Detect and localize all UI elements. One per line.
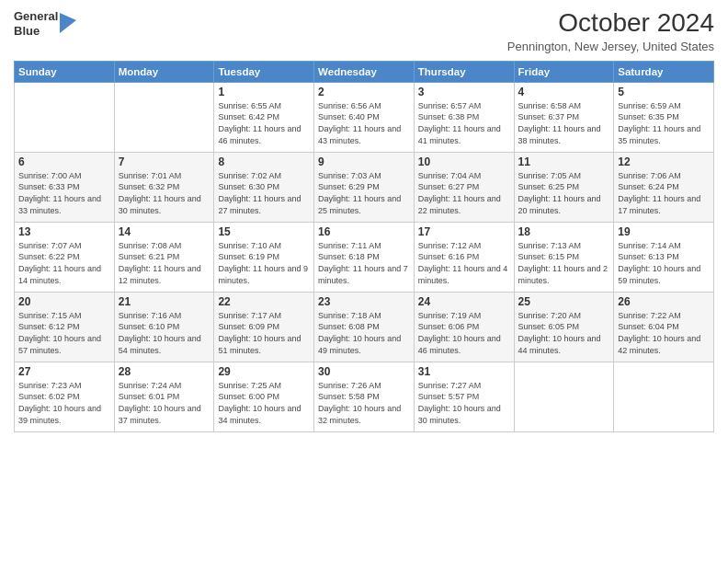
day-number: 20 [18, 295, 110, 308]
day-info: Sunrise: 7:06 AM Sunset: 6:24 PM Dayligh… [618, 170, 710, 216]
calendar: Sunday Monday Tuesday Wednesday Thursday… [14, 61, 714, 432]
day-number: 8 [218, 155, 310, 168]
col-sunday: Sunday [15, 61, 115, 82]
day-number: 27 [18, 365, 110, 378]
day-number: 30 [318, 365, 410, 378]
day-info: Sunrise: 7:02 AM Sunset: 6:30 PM Dayligh… [218, 170, 310, 216]
day-info: Sunrise: 6:57 AM Sunset: 6:38 PM Dayligh… [418, 100, 510, 146]
logo-icon [60, 13, 76, 33]
day-number: 7 [119, 155, 210, 168]
day-number: 11 [518, 155, 610, 168]
day-info: Sunrise: 6:56 AM Sunset: 6:40 PM Dayligh… [318, 100, 410, 146]
day-info: Sunrise: 7:05 AM Sunset: 6:25 PM Dayligh… [518, 170, 610, 216]
calendar-header-row: Sunday Monday Tuesday Wednesday Thursday… [15, 61, 714, 82]
page: General Blue October 2024 Pennington, Ne… [0, 0, 728, 563]
day-number: 9 [318, 155, 410, 168]
day-info: Sunrise: 7:20 AM Sunset: 6:05 PM Dayligh… [518, 310, 610, 356]
day-number: 21 [119, 295, 210, 308]
day-number: 1 [218, 86, 310, 98]
day-number: 10 [418, 155, 510, 168]
table-row: 8Sunrise: 7:02 AM Sunset: 6:30 PM Daylig… [214, 152, 314, 222]
day-number: 2 [318, 86, 410, 98]
subtitle: Pennington, New Jersey, United States [507, 40, 714, 53]
table-row: 30Sunrise: 7:26 AM Sunset: 5:58 PM Dayli… [314, 362, 415, 431]
main-title: October 2024 [507, 9, 714, 38]
table-row: 27Sunrise: 7:23 AM Sunset: 6:02 PM Dayli… [15, 362, 115, 431]
day-info: Sunrise: 6:59 AM Sunset: 6:35 PM Dayligh… [618, 100, 710, 146]
day-number: 26 [618, 295, 710, 308]
col-monday: Monday [114, 61, 214, 82]
table-row [114, 82, 214, 152]
day-number: 13 [18, 225, 110, 238]
table-row: 3Sunrise: 6:57 AM Sunset: 6:38 PM Daylig… [414, 82, 514, 152]
table-row: 17Sunrise: 7:12 AM Sunset: 6:16 PM Dayli… [414, 222, 514, 292]
table-row: 16Sunrise: 7:11 AM Sunset: 6:18 PM Dayli… [314, 222, 415, 292]
table-row: 28Sunrise: 7:24 AM Sunset: 6:01 PM Dayli… [114, 362, 214, 431]
col-friday: Friday [514, 61, 614, 82]
table-row: 23Sunrise: 7:18 AM Sunset: 6:08 PM Dayli… [314, 292, 415, 362]
table-row [15, 82, 115, 152]
day-info: Sunrise: 6:58 AM Sunset: 6:37 PM Dayligh… [518, 100, 610, 146]
table-row: 22Sunrise: 7:17 AM Sunset: 6:09 PM Dayli… [214, 292, 314, 362]
day-info: Sunrise: 7:23 AM Sunset: 6:02 PM Dayligh… [18, 380, 110, 426]
day-number: 29 [218, 365, 310, 378]
day-info: Sunrise: 7:00 AM Sunset: 6:33 PM Dayligh… [18, 170, 110, 216]
calendar-week-row: 27Sunrise: 7:23 AM Sunset: 6:02 PM Dayli… [15, 362, 714, 431]
day-info: Sunrise: 7:11 AM Sunset: 6:18 PM Dayligh… [318, 240, 410, 286]
title-block: October 2024 Pennington, New Jersey, Uni… [507, 9, 714, 53]
day-info: Sunrise: 7:16 AM Sunset: 6:10 PM Dayligh… [119, 310, 210, 356]
table-row: 26Sunrise: 7:22 AM Sunset: 6:04 PM Dayli… [614, 292, 714, 362]
day-info: Sunrise: 7:17 AM Sunset: 6:09 PM Dayligh… [218, 310, 310, 356]
day-info: Sunrise: 7:07 AM Sunset: 6:22 PM Dayligh… [18, 240, 110, 286]
day-info: Sunrise: 7:14 AM Sunset: 6:13 PM Dayligh… [618, 240, 710, 286]
day-info: Sunrise: 7:01 AM Sunset: 6:32 PM Dayligh… [119, 170, 210, 216]
table-row: 21Sunrise: 7:16 AM Sunset: 6:10 PM Dayli… [114, 292, 214, 362]
day-info: Sunrise: 7:22 AM Sunset: 6:04 PM Dayligh… [618, 310, 710, 356]
svg-marker-0 [60, 13, 76, 33]
day-number: 5 [618, 86, 710, 98]
day-number: 25 [518, 295, 610, 308]
header: General Blue October 2024 Pennington, Ne… [14, 9, 714, 53]
day-number: 18 [518, 225, 610, 238]
calendar-week-row: 13Sunrise: 7:07 AM Sunset: 6:22 PM Dayli… [15, 222, 714, 292]
day-number: 6 [18, 155, 110, 168]
day-number: 4 [518, 86, 610, 98]
logo-line2: Blue [14, 24, 58, 39]
table-row: 31Sunrise: 7:27 AM Sunset: 5:57 PM Dayli… [414, 362, 514, 431]
table-row: 7Sunrise: 7:01 AM Sunset: 6:32 PM Daylig… [114, 152, 214, 222]
table-row: 5Sunrise: 6:59 AM Sunset: 6:35 PM Daylig… [614, 82, 714, 152]
logo-text: General Blue [14, 9, 58, 38]
table-row: 25Sunrise: 7:20 AM Sunset: 6:05 PM Dayli… [514, 292, 614, 362]
day-number: 12 [618, 155, 710, 168]
day-number: 14 [119, 225, 210, 238]
col-tuesday: Tuesday [214, 61, 314, 82]
table-row: 24Sunrise: 7:19 AM Sunset: 6:06 PM Dayli… [414, 292, 514, 362]
table-row: 6Sunrise: 7:00 AM Sunset: 6:33 PM Daylig… [15, 152, 115, 222]
day-number: 31 [418, 365, 510, 378]
table-row: 11Sunrise: 7:05 AM Sunset: 6:25 PM Dayli… [514, 152, 614, 222]
day-info: Sunrise: 7:04 AM Sunset: 6:27 PM Dayligh… [418, 170, 510, 216]
day-info: Sunrise: 7:25 AM Sunset: 6:00 PM Dayligh… [218, 380, 310, 426]
day-number: 16 [318, 225, 410, 238]
day-number: 19 [618, 225, 710, 238]
calendar-week-row: 1Sunrise: 6:55 AM Sunset: 6:42 PM Daylig… [15, 82, 714, 152]
day-number: 28 [119, 365, 210, 378]
table-row: 19Sunrise: 7:14 AM Sunset: 6:13 PM Dayli… [614, 222, 714, 292]
day-info: Sunrise: 7:26 AM Sunset: 5:58 PM Dayligh… [318, 380, 410, 426]
calendar-week-row: 20Sunrise: 7:15 AM Sunset: 6:12 PM Dayli… [15, 292, 714, 362]
table-row: 29Sunrise: 7:25 AM Sunset: 6:00 PM Dayli… [214, 362, 314, 431]
table-row: 15Sunrise: 7:10 AM Sunset: 6:19 PM Dayli… [214, 222, 314, 292]
day-number: 23 [318, 295, 410, 308]
day-info: Sunrise: 7:10 AM Sunset: 6:19 PM Dayligh… [218, 240, 310, 286]
day-info: Sunrise: 7:13 AM Sunset: 6:15 PM Dayligh… [518, 240, 610, 286]
table-row: 10Sunrise: 7:04 AM Sunset: 6:27 PM Dayli… [414, 152, 514, 222]
col-saturday: Saturday [614, 61, 714, 82]
table-row: 2Sunrise: 6:56 AM Sunset: 6:40 PM Daylig… [314, 82, 415, 152]
day-number: 17 [418, 225, 510, 238]
day-number: 3 [418, 86, 510, 98]
day-info: Sunrise: 7:12 AM Sunset: 6:16 PM Dayligh… [418, 240, 510, 286]
day-info: Sunrise: 7:27 AM Sunset: 5:57 PM Dayligh… [418, 380, 510, 426]
day-info: Sunrise: 7:08 AM Sunset: 6:21 PM Dayligh… [119, 240, 210, 286]
day-info: Sunrise: 7:03 AM Sunset: 6:29 PM Dayligh… [318, 170, 410, 216]
day-info: Sunrise: 7:18 AM Sunset: 6:08 PM Dayligh… [318, 310, 410, 356]
